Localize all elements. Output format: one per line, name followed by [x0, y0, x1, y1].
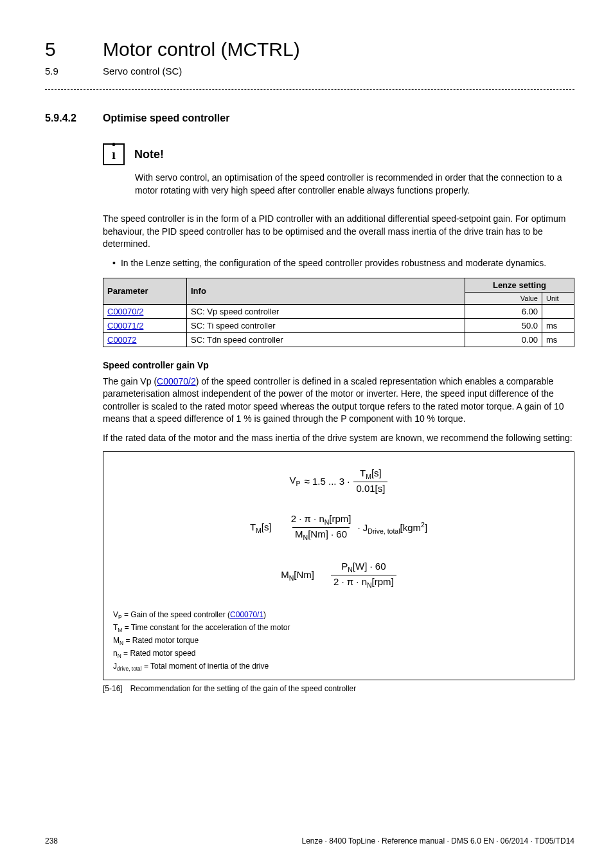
unit: [rpm] — [372, 576, 394, 587]
table-row: C00070/2 SC: Vp speed controller 6.00 — [103, 304, 574, 318]
sym: V — [113, 610, 118, 619]
bullet-text: In the Lenze setting, the configuration … — [121, 257, 546, 270]
th-unit: Unit — [542, 292, 574, 304]
info-icon: ı — [103, 143, 125, 165]
text-frag: = Rated motor torque — [123, 636, 199, 645]
sym: T — [250, 521, 256, 532]
formula-definitions: VP = Gain of the speed controller (C0007… — [113, 609, 564, 673]
page-number: 238 — [45, 836, 58, 845]
formula-box: VP ≈ 1.5 ... 3 · TM[s] 0.01[s] TM[s] 2 ·… — [103, 451, 574, 680]
unit: [s] — [262, 521, 272, 532]
inline-link[interactable]: C00070/1 — [230, 610, 263, 619]
text-frag: = Time constant for the acceleration of … — [122, 623, 290, 632]
inline-link[interactable]: C00070/2 — [157, 376, 196, 386]
section-title: Optimise speed controller — [103, 113, 229, 124]
subsection-number: 5.9 — [45, 66, 71, 77]
unit: [Nm] · 60 — [308, 529, 347, 539]
unit: [kgm — [400, 522, 422, 533]
sub: P — [296, 480, 301, 487]
sym: T — [360, 467, 366, 478]
op: ≈ 1.5 ... 3 · — [305, 476, 350, 487]
sub: Drive, total — [368, 527, 400, 535]
unit: [s] — [371, 467, 382, 478]
sub: N — [348, 566, 353, 574]
separator-dashed — [45, 89, 574, 90]
cell-value: 50.0 — [465, 318, 542, 332]
sub: N — [367, 581, 372, 589]
table-row: C00072 SC: Tdn speed controller 0.00 ms — [103, 332, 574, 347]
sym: · J — [358, 522, 368, 533]
chapter-title: Motor control (MCTRL) — [103, 39, 300, 60]
note-block: ı Note! With servo control, an optimisat… — [103, 143, 574, 197]
cell-value: 0.00 — [465, 332, 542, 347]
sub: M — [366, 473, 371, 480]
formula-vp: VP ≈ 1.5 ... 3 · TM[s] 0.01[s] — [113, 468, 564, 494]
caption-text: Recommendation for the setting of the ga… — [130, 684, 357, 693]
note-label: Note! — [134, 148, 164, 161]
chapter-number: 5 — [45, 39, 71, 60]
den: 0.01[s] — [353, 482, 387, 494]
sub: drive, total — [117, 665, 142, 672]
footer-right: Lenze · 8400 TopLine · Reference manual … — [302, 836, 574, 845]
body-paragraph: If the rated data of the motor and the m… — [103, 432, 574, 445]
cell-info: SC: Tdn speed controller — [187, 332, 465, 347]
sym: 2 · π · n — [291, 513, 324, 524]
figure-caption: [5-16] Recommendation for the setting of… — [103, 684, 574, 693]
param-link[interactable]: C00071/2 — [107, 321, 143, 330]
th-value: Value — [465, 292, 542, 304]
bullet-dot: • — [112, 257, 116, 270]
sym: V — [290, 475, 296, 485]
parameter-table: Parameter Info Lenze setting Value Unit … — [103, 278, 574, 347]
body-paragraph: The speed controller is in the form of a… — [103, 213, 574, 251]
unit: [W] · 60 — [353, 561, 386, 572]
table-row: C00071/2 SC: Ti speed controller 50.0 ms — [103, 318, 574, 332]
unit: ] — [425, 522, 427, 533]
cell-unit — [542, 304, 574, 318]
sym: M — [281, 569, 289, 580]
th-lenze: Lenze setting — [465, 278, 574, 292]
sub: M — [256, 527, 262, 534]
unit: [Nm] — [294, 569, 314, 580]
sym: 2 · π · n — [333, 576, 367, 587]
body-paragraph: The gain Vp (C00070/2) of the speed cont… — [103, 375, 574, 426]
text-frag: ) — [263, 610, 266, 619]
th-parameter: Parameter — [103, 278, 187, 304]
unit: [rpm] — [329, 513, 351, 524]
th-info: Info — [187, 278, 465, 304]
sym: P — [341, 561, 348, 572]
text-frag: = Rated motor speed — [121, 649, 196, 658]
cell-info: SC: Vp speed controller — [187, 304, 465, 318]
sym: M — [295, 529, 303, 539]
note-text: With servo control, an optimisation of t… — [135, 172, 574, 197]
cell-info: SC: Ti speed controller — [187, 318, 465, 332]
page-footer: 238 Lenze · 8400 TopLine · Reference man… — [45, 836, 574, 845]
bullet-item: • In the Lenze setting, the configuratio… — [112, 257, 574, 270]
subhead-vp: Speed controller gain Vp — [103, 360, 574, 370]
cell-value: 6.00 — [465, 304, 542, 318]
caption-tag: [5-16] — [103, 684, 123, 693]
sym: M — [113, 636, 120, 645]
formula-tm: TM[s] 2 · π · nN[rpm] MN[Nm] · 60 · JDri… — [113, 514, 564, 542]
section-number: 5.9.4.2 — [45, 113, 80, 124]
param-link[interactable]: C00070/2 — [107, 307, 143, 316]
subsection-title: Servo control (SC) — [103, 66, 182, 77]
param-link[interactable]: C00072 — [107, 335, 137, 345]
cell-unit: ms — [542, 332, 574, 347]
sym: n — [113, 649, 118, 658]
formula-mn: MN[Nm] PN[W] · 60 2 · π · nN[rpm] — [113, 561, 564, 590]
text-frag: The gain Vp ( — [103, 376, 157, 386]
cell-unit: ms — [542, 318, 574, 332]
text-frag: = Gain of the speed controller ( — [122, 610, 230, 619]
text-frag: = Total moment of inertia of the drive — [142, 662, 269, 671]
